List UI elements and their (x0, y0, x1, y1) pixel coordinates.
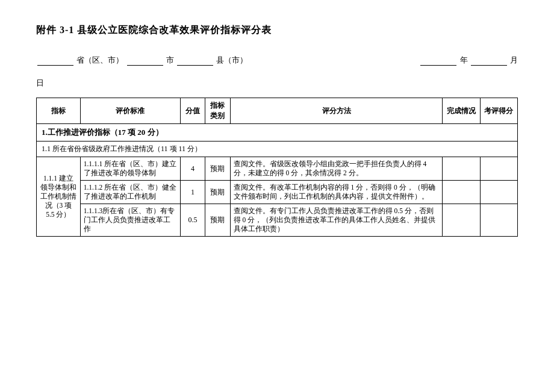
score-1-1-1-2: 1 (180, 181, 205, 204)
table-row: 1.1.1.2 所在省（区、市）健全了推进改革的工作机制 1 预期 查阅文件。有… (37, 181, 518, 204)
col-header-standard: 评价标准 (80, 98, 180, 124)
section1-header: 1.工作推进评价指标（17 项 20 分） (37, 124, 518, 142)
col-header-score: 分值 (180, 98, 205, 124)
score-1-1-1-3: 0.5 (180, 204, 205, 237)
completion-1-1-1-2 (443, 181, 480, 204)
eval-1-1-1-1 (480, 157, 517, 181)
city-label: 市 (166, 55, 174, 64)
method-1-1-1-2: 查阅文件。有改革工作机制内容的得 1 分，否则得 0 分，（明确文件颁布时间，列… (230, 181, 443, 204)
section1-title: 1.工作推进评价指标（17 项 20 分） (37, 124, 518, 142)
col-header-eval: 考评得分 (480, 98, 517, 124)
standard-1-1-1-3: 1.1.1.3所在省（区、市）有专门工作人员负责推进改革工作 (80, 204, 180, 237)
col-header-completion: 完成情况 (443, 98, 480, 124)
table-row: 1.1.1.3所在省（区、市）有专门工作人员负责推进改革工作 0.5 预期 查阅… (37, 204, 518, 237)
col-header-type: 指标类别 (205, 98, 231, 124)
table-header-row: 指标 评价标准 分值 指标类别 评分方法 完成情况 考评得分 (37, 98, 518, 124)
eval-1-1-1-2 (480, 181, 517, 204)
header-location: 省（区、市） 市 县（市） (36, 55, 247, 66)
sub1-header: 1.1 所在省份省级政府工作推进情况（11 项 11 分） (37, 142, 518, 157)
county-label: 县（市） (216, 55, 247, 64)
header-date: 年 月 (419, 55, 518, 66)
year-label: 年 (460, 55, 468, 64)
col-header-indicator: 指标 (37, 98, 81, 124)
province-label: 省（区、市） (76, 55, 123, 64)
type-1-1-1-1: 预期 (205, 157, 231, 181)
score-1-1-1-1: 4 (180, 157, 205, 181)
method-1-1-1-1: 查阅文件。省级医改领导小组由党政一把手担任负责人的得 4 分，未建立的得 0 分… (230, 157, 443, 181)
day-line: 日 (36, 78, 518, 89)
completion-1-1-1-1 (443, 157, 480, 181)
standard-1-1-1-1: 1.1.1.1 所在省（区、市）建立了推进改革的领导体制 (80, 157, 180, 181)
eval-1-1-1-3 (480, 204, 517, 237)
col-header-method: 评分方法 (230, 98, 443, 124)
title: 附件 3-1 县级公立医院综合改革效果评价指标评分表 (36, 24, 518, 37)
method-1-1-1-3: 查阅文件。有专门工作人员负责推进改革工作的得 0.5 分，否则得 0 分，（列出… (230, 204, 443, 237)
indicator-1-1-1: 1.1.1 建立领导体制和工作机制情况（3 项 5.5 分） (37, 157, 81, 237)
type-1-1-1-3: 预期 (205, 204, 231, 237)
type-1-1-1-2: 预期 (205, 181, 231, 204)
main-table: 指标 评价标准 分值 指标类别 评分方法 完成情况 考评得分 1.工作推进评价指… (36, 98, 518, 237)
completion-1-1-1-3 (443, 204, 480, 237)
table-row: 1.1.1 建立领导体制和工作机制情况（3 项 5.5 分） 1.1.1.1 所… (37, 157, 518, 181)
sub1-title: 1.1 所在省份省级政府工作推进情况（11 项 11 分） (37, 142, 518, 157)
month-label: 月 (510, 55, 518, 64)
standard-1-1-1-2: 1.1.1.2 所在省（区、市）健全了推进改革的工作机制 (80, 181, 180, 204)
